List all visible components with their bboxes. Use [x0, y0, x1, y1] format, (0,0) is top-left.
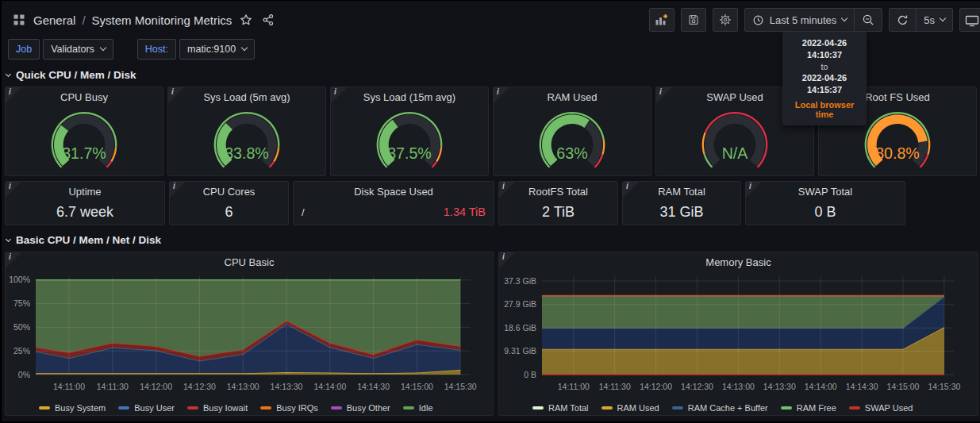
x-axis-tick: 14:13:30: [763, 382, 796, 391]
memory-basic-chart: 0 B9.31 GiB18.6 GiB27.9 GiB37.3 GiB14:11…: [499, 271, 978, 400]
legend-item-busy-user[interactable]: Busy User: [118, 403, 175, 413]
legend-item-busy-irqs[interactable]: Busy IRQs: [260, 403, 318, 413]
legend-label: Busy Iowait: [203, 403, 248, 413]
host-variable-dropdown[interactable]: matic:9100: [179, 39, 255, 60]
y-axis-tick: 18.6 GiB: [504, 323, 536, 333]
x-axis-tick: 14:15:30: [928, 382, 960, 391]
panel-uptime: i Uptime 6.7 week: [5, 181, 165, 225]
legend-item-idle[interactable]: Idle: [403, 403, 433, 413]
info-corner-icon[interactable]: i: [331, 87, 347, 103]
panel-cpu-basic: i CPU Basic 0%25%50%75%100%14:11:0014:11…: [5, 252, 494, 416]
panel-disk-space-used: Disk Space Used / 1.34 TiB: [293, 181, 494, 225]
panel-title[interactable]: SWAP Total: [746, 182, 905, 201]
legend-label: Busy Other: [347, 403, 390, 413]
apps-grid-icon[interactable]: [11, 12, 27, 28]
y-axis-tick: 25%: [13, 346, 30, 356]
settings-button[interactable]: [713, 8, 738, 32]
y-axis-tick: 0%: [18, 370, 30, 379]
tv-icon: [965, 13, 979, 27]
time-range-tooltip: 2022-04-26 14:10:37 to 2022-04-26 14:15:…: [782, 32, 867, 125]
refresh-icon: [897, 14, 909, 26]
info-corner-icon[interactable]: i: [6, 252, 21, 268]
x-axis-tick: 14:13:00: [227, 382, 259, 391]
panel-rootfs-total: i RootFS Total 2 TiB: [498, 181, 618, 225]
chevron-down-icon: [6, 71, 11, 76]
job-variable-label: Job: [8, 39, 40, 60]
share-icon[interactable]: [260, 12, 276, 28]
zoom-out-button[interactable]: [854, 9, 882, 31]
legend-item-busy-other[interactable]: Busy Other: [331, 403, 390, 413]
panel-memory-basic: i Memory Basic 0 B9.31 GiB18.6 GiB27.9 G…: [498, 252, 978, 416]
panel-title[interactable]: Disk Space Used: [294, 182, 494, 201]
gauge-svg: 31.7%: [31, 106, 137, 175]
x-axis-tick: 14:15:00: [887, 382, 920, 391]
panel-title[interactable]: Uptime: [6, 182, 164, 201]
info-corner-icon[interactable]: i: [168, 87, 184, 103]
info-corner-icon[interactable]: i: [494, 87, 509, 103]
x-axis-tick: 14:12:30: [183, 382, 216, 391]
gauge-value: 63%: [556, 144, 587, 162]
x-axis-tick: 14:13:00: [722, 382, 755, 391]
legend-item-ram-used[interactable]: RAM Used: [601, 403, 659, 413]
panel-title[interactable]: RootFS Total: [499, 182, 617, 201]
panel-title[interactable]: CPU Busy: [6, 87, 163, 106]
info-corner-icon[interactable]: i: [746, 182, 762, 198]
info-corner-icon[interactable]: i: [170, 182, 186, 198]
panel-title[interactable]: RAM Used: [494, 87, 651, 106]
time-range-label: Last 5 minutes: [770, 14, 837, 26]
time-picker-group: Last 5 minutes: [744, 8, 883, 32]
legend-swatch: [601, 406, 613, 410]
x-axis-tick: 14:11:00: [53, 382, 85, 391]
legend-label: RAM Free: [797, 403, 836, 413]
star-icon[interactable]: [238, 12, 254, 28]
breadcrumb-section[interactable]: General: [33, 13, 75, 27]
panel-sys-load-5m: i Sys Load (5m avg) 33.8%: [167, 87, 326, 176]
section-basic-cpu-mem-net-disk[interactable]: Basic CPU / Mem / Net / Disk: [6, 233, 980, 247]
x-axis-tick: 14:14:30: [846, 382, 878, 391]
chevron-down-icon: [100, 44, 106, 51]
panel-title[interactable]: Sys Load (15m avg): [331, 87, 488, 106]
zoom-out-icon: [862, 13, 874, 26]
info-corner-icon[interactable]: i: [6, 87, 21, 103]
x-axis-tick: 14:12:30: [681, 382, 713, 391]
info-corner-icon[interactable]: i: [623, 182, 639, 198]
disk-used-value: 1.34 TiB: [444, 206, 486, 218]
legend-item-ram-total[interactable]: RAM Total: [532, 403, 589, 413]
info-corner-icon[interactable]: i: [499, 252, 515, 268]
refresh-button[interactable]: [890, 9, 916, 31]
stat-value: 31 GiB: [623, 204, 740, 221]
job-variable-dropdown[interactable]: Validators: [43, 39, 113, 60]
panel-title[interactable]: RAM Total: [623, 182, 740, 201]
y-axis-tick: 9.31 GiB: [504, 346, 536, 356]
chevron-down-icon: [6, 236, 11, 241]
legend-item-swap-used[interactable]: SWAP Used: [849, 403, 913, 413]
cycle-view-button[interactable]: [959, 8, 980, 32]
panel-title[interactable]: CPU Cores: [170, 182, 288, 201]
legend-item-busy-system[interactable]: Busy System: [39, 403, 106, 413]
info-corner-icon[interactable]: i: [499, 182, 515, 198]
page-title[interactable]: System Monitoring Metrics: [92, 13, 233, 27]
legend-label: SWAP Used: [865, 403, 913, 413]
add-panel-button[interactable]: [649, 8, 674, 32]
x-axis-tick: 14:11:30: [599, 382, 631, 391]
gauge-value: 80.8%: [875, 144, 920, 162]
stat-value: 6.7 week: [6, 204, 164, 221]
stat-row: i Uptime 6.7 week i CPU Cores 6 Disk Spa…: [5, 181, 977, 225]
section-title: Quick CPU / Mem / Disk: [16, 69, 136, 81]
cpu-basic-plot: 0%25%50%75%100%14:11:0014:11:3014:12:001…: [6, 271, 491, 397]
panel-title[interactable]: CPU Basic: [6, 252, 493, 271]
time-range-button[interactable]: Last 5 minutes: [745, 9, 855, 31]
legend-item-ram-free[interactable]: RAM Free: [781, 403, 836, 413]
legend-item-busy-iowait[interactable]: Busy Iowait: [187, 403, 248, 413]
refresh-interval-button[interactable]: 5s: [916, 9, 952, 31]
save-dashboard-button[interactable]: [681, 8, 706, 32]
info-corner-icon[interactable]: i: [656, 87, 672, 103]
info-corner-icon[interactable]: i: [6, 182, 21, 198]
panel-title[interactable]: Memory Basic: [499, 252, 978, 271]
x-axis-tick: 14:12:00: [140, 382, 172, 391]
panel-title[interactable]: Sys Load (5m avg): [168, 87, 325, 106]
legend-swatch: [187, 406, 198, 410]
legend-label: RAM Total: [548, 403, 589, 413]
x-axis-tick: 14:15:30: [444, 382, 477, 391]
legend-item-ram-cache-buffer[interactable]: RAM Cache + Buffer: [672, 403, 768, 413]
